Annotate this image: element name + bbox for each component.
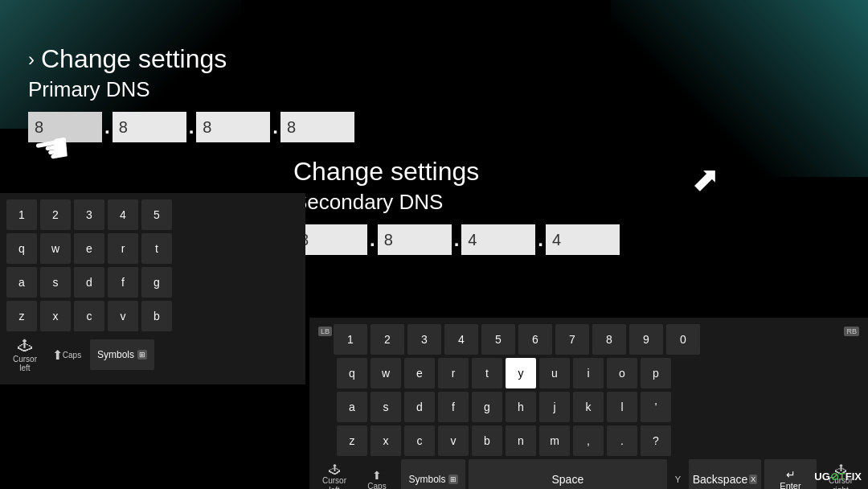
key-1-right[interactable]: 1 [334, 324, 367, 355]
primary-dns-inputs: . . . [28, 112, 354, 142]
keyboard-right-bottom-row: 🕹 Cursorleft ⬆ Caps Symbols ⊞ Space Y Ba… [316, 459, 862, 489]
key-3-left[interactable]: 3 [74, 199, 104, 230]
key-period-right[interactable]: . [607, 425, 637, 456]
space-button[interactable]: Space [469, 459, 667, 489]
secondary-title-text: Change settings [293, 157, 479, 187]
watermark-colored: ⊘T [830, 471, 845, 483]
caps-button-right[interactable]: ⬆ Caps [356, 459, 398, 489]
key-r-left[interactable]: r [108, 233, 138, 264]
key-4-left[interactable]: 4 [108, 199, 138, 230]
cursor-left-button-left[interactable]: 🕹 Cursorleft [6, 335, 43, 375]
key-apostrophe-right[interactable]: ' [641, 392, 671, 422]
key-s-right[interactable]: s [371, 392, 401, 422]
primary-dns-octet-4[interactable] [280, 112, 354, 142]
key-4-right[interactable]: 4 [444, 324, 478, 355]
keyboard-right-row-zxcv: z x c v b n m , . ? [316, 425, 862, 456]
key-l-right[interactable]: l [607, 392, 637, 422]
key-z-left[interactable]: z [6, 301, 37, 331]
key-z-right[interactable]: z [337, 425, 367, 456]
key-b-right[interactable]: b [472, 425, 502, 456]
symbols-button-left[interactable]: Symbols ⊞ [90, 339, 154, 370]
title-chevron: › [28, 48, 35, 71]
keyboard-left-bottom-row: 🕹 Cursorleft ⬆ Caps Symbols ⊞ [6, 335, 299, 375]
keyboard-left-row-qwert: q w e r t [6, 233, 299, 264]
key-7-right[interactable]: 7 [555, 324, 589, 355]
key-w-left[interactable]: w [40, 233, 71, 264]
key-w-right[interactable]: w [371, 358, 401, 388]
key-u-right[interactable]: u [539, 358, 570, 388]
key-6-right[interactable]: 6 [518, 324, 552, 355]
key-9-right[interactable]: 9 [629, 324, 663, 355]
watermark-fix: FIX [845, 471, 862, 483]
key-0-right[interactable]: 0 [666, 324, 700, 355]
key-t-right[interactable]: t [472, 358, 502, 388]
key-n-right[interactable]: n [506, 425, 536, 456]
cursor-left-button-right[interactable]: 🕹 Cursorleft [316, 459, 353, 489]
key-5-right[interactable]: 5 [481, 324, 515, 355]
key-m-right[interactable]: m [539, 425, 570, 456]
keyboard-right-row-numbers: LB 1 2 3 4 5 6 7 8 9 0 RB [316, 324, 862, 355]
key-1-left[interactable]: 1 [6, 199, 37, 230]
caps-button-left[interactable]: ⬆ Caps [47, 339, 87, 370]
key-g-left[interactable]: g [141, 267, 172, 298]
primary-title-text: Change settings [41, 44, 227, 74]
rb-badge: RB [844, 327, 859, 336]
key-j-right[interactable]: j [539, 392, 570, 422]
key-8-right[interactable]: 8 [592, 324, 626, 355]
keyboard-left-row-asdf: a s d f g [6, 267, 299, 298]
keyboard-right-row-asdf: a s d f g h j k l ' [316, 392, 862, 422]
secondary-dns-octet-4[interactable] [546, 224, 620, 255]
key-f-left[interactable]: f [108, 267, 138, 298]
key-t-left[interactable]: t [141, 233, 172, 264]
key-i-right[interactable]: i [573, 358, 604, 388]
key-p-right[interactable]: p [641, 358, 671, 388]
key-y-right[interactable]: y [506, 358, 536, 388]
key-b-left[interactable]: b [141, 301, 172, 331]
key-f-right[interactable]: f [438, 392, 469, 422]
symbols-button-right[interactable]: Symbols ⊞ [401, 459, 465, 489]
lb-badge: LB [318, 327, 332, 336]
key-e-right[interactable]: e [404, 358, 435, 388]
key-5-left[interactable]: 5 [141, 199, 172, 230]
key-2-right[interactable]: 2 [371, 324, 404, 355]
key-c-right[interactable]: c [404, 425, 435, 456]
key-o-right[interactable]: o [607, 358, 637, 388]
key-2-left[interactable]: 2 [40, 199, 71, 230]
enter-button[interactable]: ↵ Enter [764, 459, 817, 489]
key-x-left[interactable]: x [40, 301, 71, 331]
key-a-left[interactable]: a [6, 267, 37, 298]
key-x-right[interactable]: x [371, 425, 401, 456]
key-comma-right[interactable]: , [573, 425, 604, 456]
watermark: UG⊘TFIX [814, 471, 862, 483]
key-v-right[interactable]: v [438, 425, 469, 456]
backspace-button[interactable]: Backspace X [689, 459, 761, 489]
secondary-subtitle: Secondary DNS [293, 190, 620, 215]
primary-dns-octet-2[interactable] [113, 112, 186, 142]
key-k-right[interactable]: k [573, 392, 604, 422]
primary-panel-title: › Change settings [28, 44, 354, 74]
secondary-panel-title: Change settings [293, 157, 620, 187]
key-q-left[interactable]: q [6, 233, 37, 264]
primary-dns-panel: › Change settings Primary DNS . . . [28, 44, 354, 142]
key-r-right[interactable]: r [438, 358, 469, 388]
keyboard-left-row-zxcv: z x c v b [6, 301, 299, 331]
secondary-dns-octet-2[interactable] [378, 224, 452, 255]
arrow-cursor-icon: ⬆ [682, 157, 729, 204]
key-c-left[interactable]: c [74, 301, 104, 331]
key-g-right[interactable]: g [472, 392, 502, 422]
key-a-right[interactable]: a [337, 392, 367, 422]
secondary-dns-octet-3[interactable] [461, 224, 535, 255]
primary-dns-octet-3[interactable] [196, 112, 270, 142]
key-d-right[interactable]: d [404, 392, 435, 422]
key-q-right[interactable]: q [337, 358, 367, 388]
keyboard-left: 1 2 3 4 5 q w e r t a s d f g z x c v b [0, 193, 305, 384]
primary-subtitle: Primary DNS [28, 77, 354, 102]
key-s-left[interactable]: s [40, 267, 71, 298]
hand-cursor-icon: ☚ [30, 121, 76, 175]
key-e-left[interactable]: e [74, 233, 104, 264]
key-question-right[interactable]: ? [641, 425, 671, 456]
key-3-right[interactable]: 3 [407, 324, 441, 355]
key-d-left[interactable]: d [74, 267, 104, 298]
key-v-left[interactable]: v [108, 301, 138, 331]
key-h-right[interactable]: h [506, 392, 536, 422]
